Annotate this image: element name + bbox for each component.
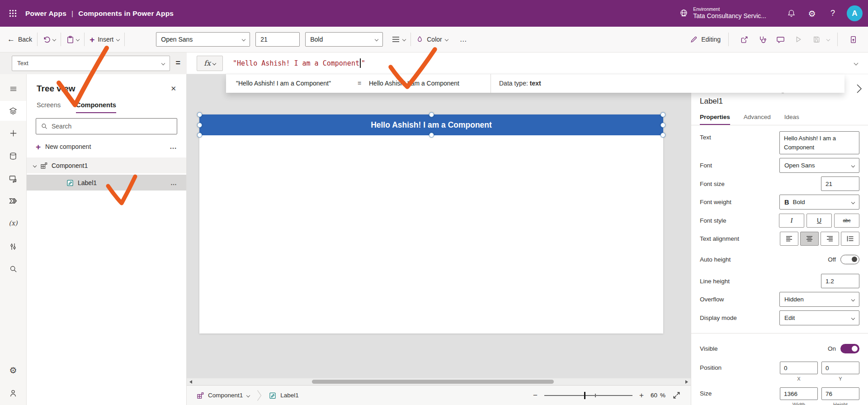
resize-handle-top-right[interactable] bbox=[660, 112, 665, 117]
rail-accessibility-button[interactable] bbox=[0, 383, 26, 403]
overflow-property-dropdown[interactable]: Hidden bbox=[779, 292, 859, 307]
paste-dropdown[interactable] bbox=[76, 38, 79, 41]
zoom-out-button[interactable]: − bbox=[533, 391, 538, 400]
zoom-slider[interactable] bbox=[544, 391, 632, 400]
formula-bar-expand-button[interactable] bbox=[844, 52, 868, 74]
scroll-right-arrow[interactable] bbox=[685, 380, 688, 384]
comments-button[interactable] bbox=[773, 32, 788, 47]
tab-advanced[interactable]: Advanced bbox=[744, 114, 771, 125]
rail-insert-button[interactable] bbox=[0, 123, 26, 143]
fx-dropdown[interactable]: fx bbox=[197, 56, 223, 71]
rail-variables-button[interactable]: (x) bbox=[0, 213, 26, 233]
italic-button[interactable]: I bbox=[779, 214, 804, 228]
size-width-input[interactable] bbox=[780, 387, 818, 400]
tab-components[interactable]: Components bbox=[76, 101, 116, 113]
more-commands-button[interactable]: … bbox=[460, 35, 467, 43]
tree-item-component1[interactable]: Component1 bbox=[27, 157, 186, 173]
align-justify-button[interactable] bbox=[841, 232, 859, 246]
rail-menu-button[interactable] bbox=[0, 79, 26, 99]
underline-button[interactable]: U bbox=[807, 214, 832, 228]
design-canvas[interactable]: Hello Ashish! I am a Component bbox=[187, 74, 691, 385]
undo-dropdown[interactable] bbox=[53, 38, 56, 41]
property-selector-dropdown[interactable]: Text bbox=[12, 56, 170, 71]
rail-advanced-tools-button[interactable] bbox=[0, 237, 26, 257]
align-right-button[interactable] bbox=[821, 232, 839, 246]
intellisense-expression[interactable]: "Hello Ashish! I am a Component" bbox=[236, 80, 331, 87]
scroll-left-arrow[interactable] bbox=[189, 380, 192, 384]
resize-handle-top-left[interactable] bbox=[197, 112, 202, 117]
font-family-dropdown[interactable]: Open Sans bbox=[156, 32, 250, 47]
align-center-button[interactable] bbox=[800, 232, 819, 246]
auto-height-toggle[interactable] bbox=[840, 255, 859, 264]
align-left-button[interactable] bbox=[780, 232, 798, 246]
scrollbar-thumb[interactable] bbox=[312, 380, 554, 384]
font-size-input[interactable]: 21 bbox=[255, 32, 300, 47]
resize-handle-bottom-left[interactable] bbox=[197, 133, 202, 138]
resize-handle-middle-right[interactable] bbox=[660, 123, 665, 128]
rail-media-button[interactable] bbox=[0, 169, 26, 189]
editing-mode-button[interactable]: Editing bbox=[690, 35, 721, 43]
save-dropdown[interactable] bbox=[827, 38, 830, 41]
paste-button[interactable] bbox=[66, 35, 75, 44]
tab-screens[interactable]: Screens bbox=[37, 101, 61, 113]
notifications-button[interactable] bbox=[782, 4, 801, 24]
new-component-button[interactable]: + New component … bbox=[27, 140, 186, 153]
resize-handle-middle-left[interactable] bbox=[197, 123, 202, 128]
preview-play-button[interactable] bbox=[791, 32, 806, 47]
help-button[interactable]: ? bbox=[823, 4, 842, 24]
display-mode-property-dropdown[interactable]: Edit bbox=[779, 310, 859, 325]
tree-search-input[interactable] bbox=[52, 123, 172, 130]
font-property-dropdown[interactable]: Open Sans bbox=[779, 158, 859, 173]
breadcrumb-control[interactable]: Label1 bbox=[269, 392, 299, 399]
label1-control[interactable]: Hello Ashish! I am a Component bbox=[199, 114, 663, 135]
strikethrough-button[interactable]: abc bbox=[834, 214, 859, 228]
breadcrumb-component[interactable]: Component1 bbox=[197, 392, 250, 399]
rail-data-button[interactable] bbox=[0, 146, 26, 166]
fullscreen-expand-icon[interactable] bbox=[672, 391, 681, 400]
position-y-input[interactable] bbox=[821, 362, 859, 374]
line-height-property-input[interactable] bbox=[821, 274, 859, 288]
new-component-more-button[interactable]: … bbox=[170, 143, 177, 151]
environment-picker[interactable]: Environment Tata Consultancy Servic... bbox=[679, 6, 766, 20]
app-launcher-waffle-icon[interactable] bbox=[0, 0, 25, 27]
tree-item-label1[interactable]: Label1 … bbox=[27, 175, 186, 191]
rail-tree-view-button[interactable] bbox=[0, 101, 26, 121]
rail-settings-button[interactable]: ⚙ bbox=[0, 360, 26, 380]
zoom-slider-handle[interactable] bbox=[584, 392, 585, 399]
font-weight-dropdown[interactable]: Bold bbox=[305, 32, 383, 47]
resize-handle-top-middle[interactable] bbox=[429, 112, 434, 117]
share-button[interactable] bbox=[736, 32, 752, 47]
settings-button[interactable]: ⚙ bbox=[802, 4, 821, 24]
back-button[interactable]: ← Back bbox=[7, 35, 32, 44]
expand-chevron-icon[interactable] bbox=[33, 163, 37, 167]
zoom-in-button[interactable]: + bbox=[639, 391, 644, 400]
rail-power-automate-button[interactable] bbox=[0, 191, 26, 211]
text-property-input[interactable]: Hello Ashish! I am a Component bbox=[779, 131, 859, 154]
formula-input[interactable]: "Hello Ashish! I am a Component " bbox=[223, 52, 844, 74]
tree-item-more-button[interactable]: … bbox=[170, 179, 186, 186]
color-button[interactable]: Color bbox=[416, 35, 448, 43]
save-button[interactable] bbox=[809, 32, 824, 47]
tab-ideas[interactable]: Ideas bbox=[784, 114, 799, 125]
canvas-horizontal-scrollbar[interactable] bbox=[187, 378, 691, 385]
visible-toggle[interactable] bbox=[840, 344, 859, 353]
undo-button[interactable] bbox=[42, 35, 51, 44]
app-checker-button[interactable] bbox=[755, 32, 770, 47]
insert-button[interactable]: + Insert bbox=[90, 35, 119, 44]
rail-search-button[interactable] bbox=[0, 259, 26, 279]
size-height-input[interactable] bbox=[821, 387, 859, 400]
tab-properties[interactable]: Properties bbox=[700, 114, 730, 125]
text-alignment-button[interactable] bbox=[392, 36, 406, 43]
environment-label: Environment bbox=[693, 6, 766, 12]
resize-handle-bottom-middle[interactable] bbox=[429, 133, 434, 138]
app-name[interactable]: Power Apps bbox=[25, 10, 66, 18]
font-weight-property-dropdown[interactable]: B Bold bbox=[779, 195, 859, 210]
publish-button[interactable] bbox=[845, 32, 861, 47]
tree-view-close-button[interactable]: ✕ bbox=[170, 85, 176, 93]
font-size-property-input[interactable] bbox=[821, 176, 859, 191]
user-avatar[interactable]: A bbox=[847, 5, 863, 21]
resize-handle-bottom-right[interactable] bbox=[660, 133, 665, 138]
panel-collapse-chevron[interactable] bbox=[856, 84, 862, 94]
component-artboard[interactable]: Hello Ashish! I am a Component bbox=[199, 114, 663, 334]
position-x-input[interactable] bbox=[780, 362, 818, 374]
